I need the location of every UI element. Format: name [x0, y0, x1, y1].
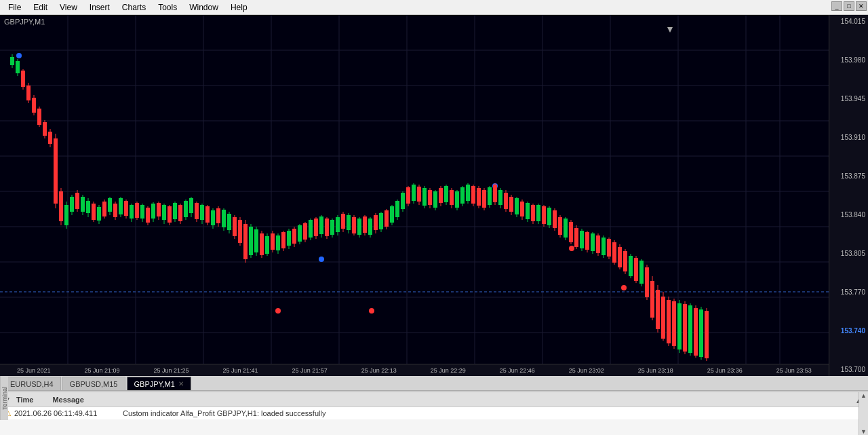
svg-rect-151 [347, 215, 351, 230]
svg-rect-64 [119, 198, 123, 214]
svg-rect-177 [417, 187, 421, 202]
svg-point-83 [319, 257, 324, 262]
svg-rect-131 [292, 229, 296, 244]
svg-rect-173 [406, 187, 410, 204]
svg-rect-286 [705, 311, 709, 358]
svg-rect-78 [157, 203, 161, 216]
svg-rect-34 [37, 109, 41, 125]
svg-rect-159 [368, 219, 372, 235]
svg-rect-179 [422, 188, 427, 206]
menu-item-file[interactable]: File [3, 1, 26, 14]
svg-rect-145 [330, 220, 334, 235]
svg-rect-91 [189, 198, 193, 213]
svg-rect-87 [178, 205, 182, 221]
svg-rect-194 [460, 187, 465, 204]
svg-rect-157 [363, 216, 367, 233]
close-button[interactable]: ✕ [856, 1, 867, 11]
time-label-1: 25 Jun 21:09 [85, 367, 120, 374]
price-label-8: 153.740 [829, 327, 868, 335]
svg-rect-72 [140, 205, 144, 219]
time-label-5: 25 Jun 22:13 [361, 367, 397, 374]
svg-rect-228 [553, 210, 557, 228]
chart-tab-eurusd-h4[interactable]: EURUSD,H4 [3, 377, 61, 390]
terminal-header: ▼ Time Message ▲ [0, 392, 868, 407]
svg-rect-111 [238, 220, 242, 243]
svg-rect-241 [585, 232, 589, 250]
svg-rect-60 [108, 198, 112, 212]
svg-rect-89 [184, 201, 188, 217]
svg-rect-36 [43, 122, 47, 136]
svg-rect-93 [195, 203, 199, 219]
svg-rect-25 [16, 61, 20, 73]
svg-rect-48 [75, 193, 79, 209]
svg-rect-29 [26, 86, 31, 100]
menu-item-edit[interactable]: Edit [28, 1, 53, 14]
svg-rect-66 [124, 201, 128, 216]
menu-item-charts[interactable]: Charts [117, 1, 151, 14]
svg-rect-42 [59, 191, 63, 221]
time-axis: 25 Jun 2021 25 Jun 21:09 25 Jun 21:25 25… [0, 364, 829, 376]
minimize-button[interactable]: _ [831, 1, 842, 11]
chart-tab-gbpjpy-m1[interactable]: GBPJPY,M1 ✕ [127, 377, 191, 390]
svg-point-97 [369, 308, 374, 314]
svg-rect-95 [200, 205, 204, 220]
svg-rect-153 [352, 217, 356, 233]
svg-rect-233 [564, 219, 568, 238]
chart-tab-gbpusd-m15[interactable]: GBPUSD,M15 [62, 377, 125, 390]
scroll-down-icon[interactable]: ▼ [861, 428, 867, 435]
svg-rect-268 [656, 290, 660, 329]
time-label-4: 25 Jun 21:57 [292, 367, 328, 374]
scroll-up-icon[interactable]: ▲ [861, 392, 867, 399]
svg-rect-247 [601, 238, 606, 255]
svg-rect-171 [401, 193, 405, 209]
time-label-8: 25 Jun 23:02 [569, 367, 604, 374]
menu-item-tools[interactable]: Tools [153, 1, 182, 14]
svg-rect-224 [542, 206, 546, 224]
svg-rect-80 [162, 205, 166, 220]
svg-rect-27 [21, 71, 25, 87]
svg-rect-119 [260, 233, 264, 255]
menu-item-view[interactable]: View [54, 1, 83, 14]
maximize-button[interactable]: □ [844, 1, 854, 11]
svg-rect-237 [574, 228, 578, 247]
svg-rect-109 [233, 217, 237, 236]
svg-rect-85 [173, 203, 177, 219]
terminal-log-row: ⚠ 2021.06.26 06:11:49.411 Custom indicat… [0, 407, 868, 419]
terminal-message-header: Message [52, 396, 83, 404]
svg-rect-115 [249, 227, 253, 255]
menu-item-insert[interactable]: Insert [84, 1, 115, 14]
svg-rect-278 [683, 304, 687, 352]
svg-rect-143 [325, 219, 329, 236]
menu-item-window[interactable]: Window [184, 1, 224, 14]
svg-rect-149 [341, 214, 345, 229]
terminal-scrollbar[interactable]: ▲ ▼ [859, 392, 868, 435]
price-axis: 154.015 153.980 153.945 153.910 153.875 … [829, 15, 868, 376]
svg-rect-243 [591, 233, 595, 251]
svg-rect-70 [135, 203, 139, 218]
svg-rect-220 [531, 205, 535, 221]
svg-rect-175 [412, 185, 416, 201]
svg-rect-252 [612, 242, 616, 263]
svg-rect-105 [222, 210, 226, 227]
svg-rect-103 [216, 208, 220, 223]
terminal-title: Time [16, 396, 33, 404]
svg-rect-101 [211, 210, 215, 225]
svg-point-96 [275, 308, 281, 314]
svg-rect-192 [455, 191, 459, 208]
svg-rect-74 [146, 208, 150, 223]
svg-rect-186 [439, 188, 443, 203]
chart-tab-close-icon[interactable]: ✕ [178, 380, 184, 387]
time-label-0: 25 Jun 2021 [17, 367, 51, 374]
svg-rect-231 [558, 217, 562, 235]
terminal-vertical-label: Terminal [0, 376, 8, 420]
chart-container: GBPJPY,M1 [0, 15, 868, 376]
svg-rect-135 [303, 223, 307, 240]
terminal-message: Custom indicator Alfa_Profit GBPJPY,H1: … [123, 409, 326, 417]
price-label-3: 153.910 [829, 134, 868, 141]
price-label-2: 153.945 [829, 95, 868, 102]
menu-item-help[interactable]: Help [225, 1, 253, 14]
svg-rect-190 [450, 190, 454, 205]
svg-rect-262 [639, 261, 644, 284]
svg-rect-198 [471, 186, 475, 204]
svg-rect-282 [694, 308, 698, 356]
